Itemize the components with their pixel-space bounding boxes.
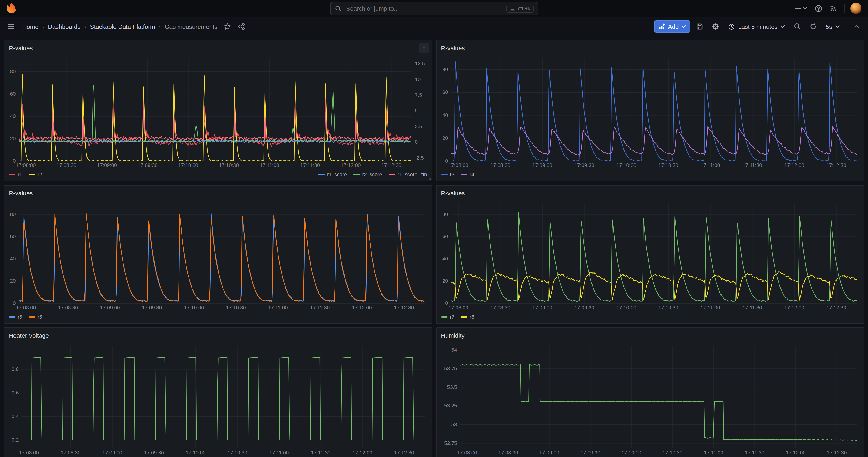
- y-axis-label: 40: [10, 113, 16, 119]
- legend-item-r1_score_lttb[interactable]: r1_score_lttb: [389, 172, 427, 177]
- legend-marker: [441, 316, 447, 317]
- favorite-button[interactable]: [221, 20, 234, 33]
- series-line-r8: [451, 272, 857, 301]
- legend-item-r7[interactable]: r7: [441, 314, 455, 319]
- clock-icon: [728, 23, 735, 30]
- panel-title-bar[interactable]: R-values: [436, 40, 864, 54]
- search-box[interactable]: ctrl+k: [330, 2, 538, 15]
- y-axis-label: 53.75: [444, 366, 457, 371]
- chart-area[interactable]: 02040608017:08:0017:08:3017:09:0017:09:3…: [7, 199, 429, 311]
- x-axis-label: 17:11:30: [742, 305, 762, 310]
- y-axis-label: 54: [451, 347, 457, 353]
- panel-resize-handle[interactable]: [428, 177, 431, 180]
- panel-title-bar[interactable]: Humidity: [436, 328, 864, 341]
- search-input[interactable]: [345, 4, 503, 12]
- chart-area[interactable]: 52.755353.2553.553.755417:08:0017:08:301…: [439, 341, 861, 456]
- legend-item-r5[interactable]: r5: [9, 314, 22, 319]
- chart-area[interactable]: 02040608017:08:0017:08:3017:09:0017:09:3…: [439, 199, 861, 311]
- add-button[interactable]: Add: [654, 21, 690, 33]
- y-axis-label: 80: [10, 69, 16, 74]
- x-axis-label: 17:11:30: [311, 450, 331, 456]
- legend-item-r2[interactable]: r2: [29, 172, 42, 177]
- panel-title-bar[interactable]: R-values: [4, 40, 432, 54]
- refresh-interval-picker[interactable]: 5s: [823, 20, 843, 33]
- x-axis-label: 17:12:00: [785, 450, 805, 456]
- legend-marker: [353, 174, 360, 175]
- x-axis-label: 17:09:00: [532, 162, 552, 168]
- chart-canvas[interactable]: 020406080-2.502.557.51012.517:08:0017:08…: [7, 54, 429, 169]
- panel-title: R-values: [9, 189, 33, 196]
- breadcrumb-dashboards[interactable]: Dashboards: [48, 23, 81, 30]
- y-axis-label: 53.25: [444, 403, 457, 408]
- grafana-logo[interactable]: [6, 3, 17, 14]
- news-button[interactable]: [827, 2, 840, 15]
- panel-title-bar[interactable]: R-values: [4, 186, 432, 199]
- zoom-out-button[interactable]: [791, 20, 804, 33]
- legend: r5r6: [4, 311, 432, 322]
- time-range-picker[interactable]: Last 5 minutes: [724, 20, 788, 33]
- chart-canvas[interactable]: 02040608017:08:0017:08:3017:09:0017:09:3…: [439, 54, 861, 169]
- dashboard-settings-button[interactable]: [709, 20, 722, 33]
- legend-marker: [9, 174, 16, 175]
- star-icon: [224, 23, 231, 30]
- panel-0-r-values: R-values020406080-2.502.557.51012.517:08…: [4, 40, 432, 181]
- series-group: [460, 365, 857, 440]
- x-axis-label: 17:12:00: [341, 162, 361, 168]
- x-axis-label: 17:11:30: [310, 305, 330, 310]
- panel-title-bar[interactable]: R-values: [436, 186, 864, 199]
- y-axis-label: 40: [442, 256, 448, 262]
- series-line-r5: [19, 213, 425, 301]
- legend-item-r2_score[interactable]: r2_score: [353, 172, 382, 177]
- legend-group-left: r5r6: [9, 314, 42, 319]
- legend-item-r4[interactable]: r4: [461, 172, 474, 177]
- chart-canvas[interactable]: 02040608017:08:0017:08:3017:09:0017:09:3…: [439, 199, 861, 311]
- legend-item-r1_score[interactable]: r1_score: [318, 172, 347, 177]
- chart-canvas[interactable]: 0.20.40.60.817:08:0017:08:3017:09:0017:0…: [7, 341, 429, 456]
- x-axis-label: 17:11:00: [260, 162, 279, 168]
- collapse-bar-button[interactable]: [850, 20, 863, 33]
- x-axis-label: 17:09:00: [97, 162, 117, 168]
- legend-label: r3: [450, 172, 455, 177]
- refresh-button[interactable]: [807, 20, 820, 33]
- panel-title-bar[interactable]: Heater Voltage: [4, 328, 432, 341]
- y-axis-right-label: 12.5: [415, 61, 425, 66]
- panel-3-r-values: R-values02040608017:08:0017:08:3017:09:0…: [436, 185, 864, 324]
- legend-label: r4: [470, 172, 474, 177]
- chart-canvas[interactable]: 52.755353.2553.553.755417:08:0017:08:301…: [439, 341, 861, 456]
- legend-label: r6: [38, 314, 42, 319]
- shortcut-label: ctrl+k: [518, 6, 530, 11]
- y-axis-label: 52.75: [444, 440, 457, 446]
- refresh-interval-label: 5s: [826, 23, 832, 30]
- chart-area[interactable]: 02040608017:08:0017:08:3017:09:0017:09:3…: [439, 54, 861, 169]
- menu-toggle-button[interactable]: [5, 20, 18, 33]
- legend-item-r1[interactable]: r1: [9, 172, 22, 177]
- breadcrumb-folder[interactable]: Stackable Data Platform: [90, 23, 155, 30]
- y-axis-label: 60: [442, 234, 448, 239]
- help-button[interactable]: [812, 2, 825, 15]
- chart-area[interactable]: 0.20.40.60.817:08:0017:08:3017:09:0017:0…: [7, 341, 429, 456]
- panel-menu-button[interactable]: [418, 43, 429, 53]
- legend-item-r8[interactable]: r8: [461, 314, 474, 319]
- new-button[interactable]: [792, 2, 810, 15]
- x-axis-label: 17:09:30: [574, 305, 594, 310]
- share-icon: [238, 23, 245, 30]
- search-icon: [335, 5, 341, 12]
- user-menu-button[interactable]: [849, 2, 862, 15]
- grid: [451, 58, 857, 161]
- legend-group-left: r3r4: [441, 172, 474, 177]
- legend-item-r6[interactable]: r6: [29, 314, 42, 319]
- x-axis-label: 17:11:00: [268, 305, 288, 310]
- keyboard-icon: [509, 5, 516, 11]
- save-button[interactable]: [693, 20, 706, 33]
- x-axis-label: 17:12:30: [827, 450, 847, 456]
- share-button[interactable]: [235, 20, 248, 33]
- x-axis-label: 17:11:00: [701, 305, 720, 310]
- x-axis-label: 17:09:30: [580, 450, 600, 456]
- chart-canvas[interactable]: 02040608017:08:0017:08:3017:09:0017:09:3…: [7, 199, 429, 311]
- legend-item-r3[interactable]: r3: [441, 172, 455, 177]
- add-button-label: Add: [668, 23, 679, 30]
- chart-area[interactable]: 020406080-2.502.557.51012.517:08:0017:08…: [7, 54, 429, 169]
- help-icon: [814, 4, 822, 12]
- legend-label: r1: [18, 172, 22, 177]
- breadcrumb-home[interactable]: Home: [22, 23, 38, 30]
